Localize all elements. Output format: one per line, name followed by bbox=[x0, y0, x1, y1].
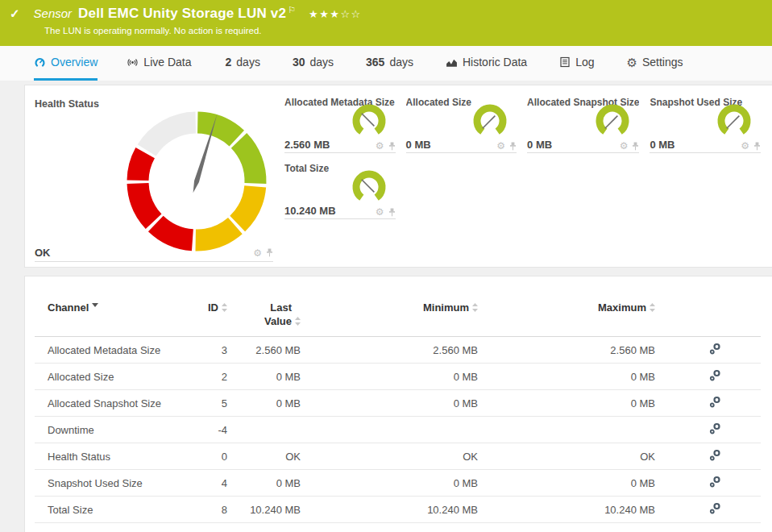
status-check-icon: ✓ bbox=[10, 6, 20, 21]
channel-id: 8 bbox=[184, 497, 227, 523]
log-icon bbox=[559, 56, 571, 68]
overview-content: Health Status OK ⚙ Allocated Metadata Si… bbox=[0, 81, 772, 532]
tab-365-days[interactable]: 365 days bbox=[366, 46, 413, 81]
tab-settings[interactable]: ⚙ Settings bbox=[626, 46, 683, 81]
gear-icon[interactable]: ⚙ bbox=[496, 141, 505, 151]
channel-maximum: 10.240 MB bbox=[478, 497, 655, 523]
channel-table-panel: Channel ID LastValue Minimum Maximum All… bbox=[24, 276, 772, 532]
mini-gauge bbox=[716, 102, 753, 139]
channel-name: Downtime bbox=[35, 417, 184, 443]
mini-gauge bbox=[351, 168, 388, 205]
tab-overview[interactable]: Overview bbox=[34, 46, 98, 81]
table-header-row: Channel ID LastValue Minimum Maximum bbox=[35, 301, 761, 337]
gauge-value: 0 MB bbox=[650, 139, 674, 151]
gauge-value: 2.560 MB bbox=[284, 139, 330, 151]
channel-maximum: 0 MB bbox=[478, 390, 655, 417]
channel-last-value: 0 MB bbox=[227, 390, 301, 417]
channel-name: Allocated Metadata Size bbox=[35, 337, 184, 364]
channel-minimum: OK bbox=[301, 443, 478, 470]
channel-minimum: 2.560 MB bbox=[301, 337, 478, 364]
column-header-minimum[interactable]: Minimum bbox=[423, 301, 478, 314]
channel-settings-icon[interactable] bbox=[708, 396, 722, 409]
sort-icon bbox=[650, 303, 655, 312]
sort-icon bbox=[472, 303, 478, 312]
channel-settings-icon[interactable] bbox=[708, 422, 722, 435]
channel-name: Allocated Size bbox=[35, 364, 184, 390]
channel-minimum: 0 MB bbox=[301, 390, 478, 417]
gear-icon[interactable]: ⚙ bbox=[376, 207, 384, 217]
channel-table-body: Allocated Metadata Size32.560 MB2.560 MB… bbox=[35, 337, 761, 523]
channel-maximum: OK bbox=[478, 443, 655, 470]
gear-icon: ⚙ bbox=[626, 56, 637, 69]
pin-icon[interactable] bbox=[509, 142, 517, 151]
channel-id: 2 bbox=[184, 364, 227, 390]
flag-icon[interactable]: ⚐ bbox=[288, 5, 296, 15]
channel-id: 4 bbox=[184, 470, 227, 497]
channel-minimum: 10.240 MB bbox=[301, 497, 478, 523]
tab-bar: Overview Live Data 2 days 30 days 365 da… bbox=[0, 46, 772, 81]
channel-table: Channel ID LastValue Minimum Maximum All… bbox=[35, 301, 761, 523]
gauge-cell-allocated-metadata-size: Allocated Metadata Size 2.560 MB ⚙ bbox=[284, 92, 396, 153]
gear-icon[interactable]: ⚙ bbox=[620, 141, 629, 151]
health-status-gauge bbox=[122, 105, 272, 255]
gear-icon[interactable]: ⚙ bbox=[376, 141, 384, 151]
gauge-cell-total-size: Total Size 10.240 MB ⚙ bbox=[284, 158, 396, 219]
mini-gauge bbox=[594, 102, 631, 139]
table-row: Allocated Size20 MB0 MB0 MB bbox=[35, 364, 761, 390]
gear-icon[interactable]: ⚙ bbox=[741, 141, 749, 151]
column-header-channel[interactable]: Channel bbox=[48, 301, 98, 314]
table-row: Total Size810.240 MB10.240 MB10.240 MB bbox=[35, 497, 761, 523]
sensor-title: Dell EMC Unity Storage LUN v2 bbox=[78, 6, 286, 22]
table-row: Snapshot Used Size40 MB0 MB0 MB bbox=[35, 470, 761, 497]
column-header-last-value[interactable]: LastValue bbox=[264, 301, 301, 328]
channel-minimum: 0 MB bbox=[301, 470, 478, 497]
channel-minimum bbox=[301, 417, 478, 443]
channel-last-value: OK bbox=[227, 443, 301, 470]
sensor-kind-label: Sensor bbox=[34, 6, 73, 20]
tab-live-data[interactable]: Live Data bbox=[127, 46, 191, 81]
column-header-maximum[interactable]: Maximum bbox=[598, 301, 655, 314]
pin-icon[interactable] bbox=[388, 142, 396, 151]
channel-minimum: 0 MB bbox=[301, 364, 478, 390]
sensor-status-message: The LUN is operating normally. No action… bbox=[0, 22, 772, 35]
sort-icon bbox=[222, 303, 227, 312]
pin-icon[interactable] bbox=[266, 248, 273, 257]
tab-historic-data[interactable]: Historic Data bbox=[446, 46, 527, 81]
channel-last-value: 2.560 MB bbox=[227, 337, 301, 364]
live-icon bbox=[127, 56, 139, 69]
channel-settings-icon[interactable] bbox=[708, 369, 722, 382]
gauge-cell-snapshot-used-size: Snapshot Used Size 0 MB ⚙ bbox=[650, 92, 761, 153]
mini-gauges-grid: Allocated Metadata Size 2.560 MB ⚙ Alloc… bbox=[284, 92, 761, 267]
tab-2-days[interactable]: 2 days bbox=[226, 46, 260, 81]
channel-maximum: 2.560 MB bbox=[478, 337, 655, 364]
gauge-cell-allocated-snapshot-size: Allocated Snapshot Size 0 MB ⚙ bbox=[527, 92, 639, 153]
channel-maximum: 0 MB bbox=[478, 364, 655, 390]
column-header-id[interactable]: ID bbox=[208, 301, 227, 314]
channel-settings-icon[interactable] bbox=[708, 502, 722, 515]
tab-log[interactable]: Log bbox=[559, 46, 594, 81]
sensor-status-bar: ✓ Sensor Dell EMC Unity Storage LUN v2 ⚐… bbox=[0, 0, 772, 46]
priority-stars[interactable]: ★★★☆☆ bbox=[309, 8, 362, 20]
channel-name: Snapshot Used Size bbox=[35, 470, 184, 497]
channel-id: 5 bbox=[184, 390, 227, 417]
channel-maximum bbox=[478, 417, 655, 443]
gauge-value: 0 MB bbox=[527, 139, 552, 151]
tab-30-days[interactable]: 30 days bbox=[293, 46, 334, 81]
channel-settings-icon[interactable] bbox=[708, 476, 722, 488]
channel-id: 3 bbox=[184, 337, 227, 364]
channel-settings-icon[interactable] bbox=[708, 343, 722, 355]
channel-last-value: 0 MB bbox=[227, 470, 301, 497]
mini-gauge bbox=[351, 102, 388, 139]
channel-name: Allocated Snapshot Size bbox=[35, 390, 184, 417]
pin-icon[interactable] bbox=[632, 142, 639, 151]
channel-settings-icon[interactable] bbox=[708, 449, 722, 462]
table-row: Allocated Metadata Size32.560 MB2.560 MB… bbox=[35, 337, 761, 364]
channel-maximum: 0 MB bbox=[478, 470, 655, 497]
pin-icon[interactable] bbox=[753, 142, 761, 151]
pin-icon[interactable] bbox=[388, 208, 396, 217]
gauge-cell-allocated-size: Allocated Size 0 MB ⚙ bbox=[406, 92, 517, 153]
chart-icon bbox=[446, 57, 458, 68]
table-row: Downtime-4 bbox=[35, 417, 761, 443]
gauges-panel: Health Status OK ⚙ Allocated Metadata Si… bbox=[24, 85, 772, 268]
gear-icon[interactable]: ⚙ bbox=[253, 248, 262, 258]
